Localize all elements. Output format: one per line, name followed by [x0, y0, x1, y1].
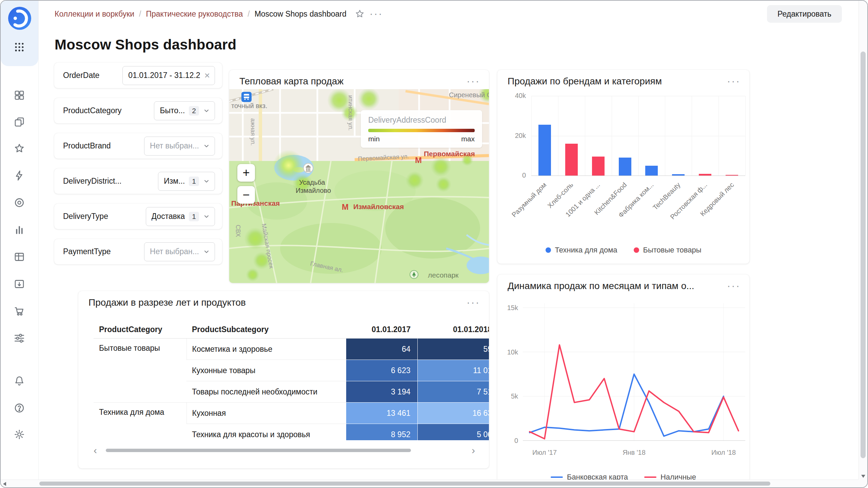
svg-text:Измайловская: Измайловская: [353, 203, 404, 210]
x-axis-label: Фабрика ком...: [607, 181, 655, 230]
filter-control[interactable]: Нет выбран...: [144, 242, 215, 261]
filter-control[interactable]: Нет выбран...: [144, 137, 215, 156]
datalens-logo-icon[interactable]: [7, 6, 32, 30]
chevron-down-icon: [203, 107, 210, 114]
svg-text:итинская ул.: итинская ул.: [347, 95, 354, 130]
column-header[interactable]: ProductSubcategory: [186, 321, 346, 339]
zoom-in-button[interactable]: +: [237, 164, 255, 182]
svg-text:Первомайская: Первомайская: [424, 150, 475, 158]
gear-icon[interactable]: [14, 429, 25, 440]
horizontal-scrollbar[interactable]: [1, 480, 859, 487]
map-card-title: Тепловая карта продаж: [239, 76, 343, 87]
zoom-out-button[interactable]: −: [237, 186, 255, 204]
column-header[interactable]: 01.01.2018: [417, 321, 489, 339]
count-badge: 1: [189, 212, 199, 221]
bar[interactable]: [538, 125, 551, 176]
gridline-v: [718, 96, 719, 176]
svg-text:10k: 10k: [507, 348, 518, 356]
heatmap-legend-title: DeliveryAddressCoord: [368, 116, 475, 125]
legend-label: Бытовые товары: [643, 246, 702, 255]
clear-icon[interactable]: ×: [204, 72, 210, 79]
bolt-icon[interactable]: [14, 170, 25, 181]
squares-icon[interactable]: [14, 89, 25, 101]
scroll-right-icon[interactable]: ›: [472, 446, 475, 454]
value-cell-2018: 59: [417, 339, 489, 360]
filter-paymenttype: PaymentTypeНет выбран...: [54, 239, 222, 264]
column-header[interactable]: ProductCategory: [94, 321, 186, 339]
help-icon[interactable]: [14, 402, 25, 414]
vertical-scrollbar[interactable]: [859, 1, 867, 480]
breadcrumb-guides[interactable]: Практические руководства: [146, 9, 243, 19]
filter-deliverytype: DeliveryTypeДоставка1: [54, 204, 222, 229]
sales-table: ProductCategoryProductSubcategory01.01.2…: [94, 321, 489, 440]
legend-item[interactable]: Бытовые товары: [634, 246, 702, 255]
vertical-scroll-thumb[interactable]: [861, 52, 866, 458]
breadcrumb-collections[interactable]: Коллекции и воркбуки: [55, 9, 134, 19]
heatmap-legend-max: max: [461, 135, 475, 143]
legend-item[interactable]: Техника для дома: [546, 246, 617, 255]
inbox-icon[interactable]: [14, 278, 25, 290]
breadcrumb-menu-icon[interactable]: ···: [370, 11, 383, 17]
chevron-down-icon: [203, 143, 210, 149]
legend-item[interactable]: Наличные: [644, 473, 696, 480]
table-row: Техника для домаКухонная13 46116 63: [94, 403, 489, 424]
subcategory-cell: Косметика и здоровье: [186, 339, 346, 360]
edit-button[interactable]: Редактировать: [767, 5, 842, 23]
tuner-icon[interactable]: [14, 332, 25, 344]
bar[interactable]: [726, 175, 738, 176]
breadcrumb-separator: /: [248, 9, 250, 19]
filter-control[interactable]: Изм...1: [158, 172, 215, 191]
filter-value: 01.01.2017 - 31.12.2: [128, 71, 200, 80]
bar[interactable]: [672, 174, 685, 176]
filter-productbrand: ProductBrandНет выбран...: [54, 133, 222, 159]
filter-value: Доставка: [152, 212, 185, 221]
bell-icon[interactable]: [14, 375, 25, 387]
table-icon[interactable]: [14, 251, 25, 263]
bar[interactable]: [592, 157, 605, 176]
copy-icon[interactable]: [14, 116, 25, 128]
target-icon[interactable]: [14, 197, 25, 208]
heat-gradient-bar: [368, 129, 475, 132]
horizontal-scroll-thumb[interactable]: [39, 482, 770, 486]
dashboard-content: Moscow Shops dashboard OrderDate01.01.20…: [39, 27, 859, 480]
chevron-down-icon: [203, 213, 210, 220]
scrollbar-thumb[interactable]: [106, 449, 411, 452]
star-icon[interactable]: [14, 143, 25, 154]
svg-text:Измайлово: Измайлово: [296, 187, 331, 194]
x-axis-label: Хлеб-соль: [526, 181, 575, 230]
bar[interactable]: [645, 166, 658, 176]
card-menu-icon[interactable]: ···: [467, 299, 480, 306]
x-axis-label: Кедровый лес: [687, 181, 735, 230]
cart-icon[interactable]: [14, 305, 25, 317]
legend-item[interactable]: Банковская карта: [551, 473, 628, 480]
column-header[interactable]: 01.01.2017: [346, 321, 417, 339]
category-cell: Бытовые товары: [94, 339, 186, 403]
scroll-left-icon[interactable]: ‹: [94, 446, 97, 454]
gridline-v: [745, 96, 746, 176]
apps-grid-icon[interactable]: [14, 41, 25, 53]
bar-chart-icon[interactable]: [14, 224, 25, 236]
svg-text:М: М: [415, 156, 422, 165]
svg-text:15k: 15k: [507, 304, 518, 311]
filter-control[interactable]: Доставка1: [146, 207, 215, 226]
bar[interactable]: [619, 158, 631, 176]
filter-label: DeliveryDistrict...: [63, 177, 122, 186]
value-cell-2018: 7 51: [417, 381, 489, 403]
scroll-left-arrow-icon[interactable]: [3, 482, 6, 486]
subcategory-cell: Кухонная: [186, 403, 346, 424]
svg-text:Сиреневый С: Сиреневый С: [449, 91, 489, 99]
bar[interactable]: [565, 144, 578, 176]
card-menu-icon[interactable]: ···: [467, 78, 480, 85]
scrollbar-track[interactable]: [100, 448, 469, 452]
filter-control[interactable]: 01.01.2017 - 31.12.2×: [122, 66, 215, 85]
gridline-v: [612, 96, 612, 176]
scroll-down-icon[interactable]: [861, 475, 865, 478]
favorite-star-icon[interactable]: [355, 9, 365, 19]
y-axis-label: 20k: [505, 132, 526, 140]
bar[interactable]: [699, 174, 711, 176]
sales-heatmap[interactable]: ММточный вкз.Сиреневый Ситинская ул.ажна…: [229, 89, 489, 283]
table-scrollbar[interactable]: ‹ ›: [94, 446, 475, 455]
filter-label: DeliveryType: [63, 212, 108, 221]
filter-control[interactable]: Быто...2: [154, 101, 215, 120]
subcategory-cell: Техника для красоты и здоровья: [186, 424, 346, 441]
